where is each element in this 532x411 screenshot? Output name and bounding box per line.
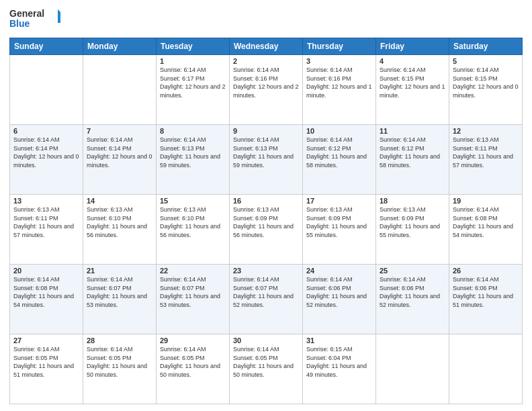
day-number: 15 <box>160 197 226 205</box>
header: General Blue <box>9 7 523 32</box>
calendar-cell: 12 Sunrise: 6:13 AMSunset: 6:11 PMDaylig… <box>449 125 523 195</box>
day-number: 27 <box>13 336 79 345</box>
calendar-cell: 14 Sunrise: 6:13 AMSunset: 6:10 PMDaylig… <box>83 195 157 265</box>
day-number: 25 <box>380 267 445 275</box>
calendar-cell: 27 Sunrise: 6:14 AMSunset: 6:05 PMDaylig… <box>10 334 83 404</box>
calendar-cell: 6 Sunrise: 6:14 AMSunset: 6:14 PMDayligh… <box>10 125 83 195</box>
calendar-cell: 10 Sunrise: 6:14 AMSunset: 6:12 PMDaylig… <box>303 125 376 195</box>
calendar-cell: 23 Sunrise: 6:14 AMSunset: 6:07 PMDaylig… <box>230 265 303 334</box>
calendar-cell <box>376 334 449 404</box>
day-number: 20 <box>13 267 79 275</box>
cell-info: Sunrise: 6:14 AMSunset: 6:05 PMDaylight:… <box>233 346 294 378</box>
calendar-week-row: 20 Sunrise: 6:14 AMSunset: 6:08 PMDaylig… <box>10 265 523 334</box>
cell-info: Sunrise: 6:14 AMSunset: 6:07 PMDaylight:… <box>87 276 147 308</box>
calendar-cell: 19 Sunrise: 6:14 AMSunset: 6:08 PMDaylig… <box>449 195 523 265</box>
day-number: 24 <box>306 267 372 275</box>
calendar-cell: 20 Sunrise: 6:14 AMSunset: 6:08 PMDaylig… <box>10 265 83 334</box>
calendar-cell: 1 Sunrise: 6:14 AMSunset: 6:17 PMDayligh… <box>157 55 230 125</box>
cell-info: Sunrise: 6:13 AMSunset: 6:10 PMDaylight:… <box>160 206 220 238</box>
calendar-week-row: 27 Sunrise: 6:14 AMSunset: 6:05 PMDaylig… <box>10 334 523 404</box>
col-header-tuesday: Tuesday <box>157 38 230 55</box>
calendar-cell: 28 Sunrise: 6:14 AMSunset: 6:05 PMDaylig… <box>83 334 157 404</box>
svg-text:General: General <box>9 8 44 19</box>
day-number: 4 <box>380 57 445 65</box>
col-header-saturday: Saturday <box>449 38 523 55</box>
day-number: 6 <box>13 127 79 135</box>
day-number: 29 <box>160 336 226 345</box>
cell-info: Sunrise: 6:14 AMSunset: 6:14 PMDaylight:… <box>13 136 79 169</box>
cell-info: Sunrise: 6:14 AMSunset: 6:12 PMDaylight:… <box>306 136 367 169</box>
day-number: 28 <box>87 336 152 345</box>
day-number: 19 <box>453 197 519 205</box>
calendar-cell: 31 Sunrise: 6:15 AMSunset: 6:04 PMDaylig… <box>303 334 376 404</box>
logo: General Blue <box>9 7 63 32</box>
cell-info: Sunrise: 6:14 AMSunset: 6:07 PMDaylight:… <box>160 276 220 308</box>
day-number: 16 <box>233 197 299 205</box>
cell-info: Sunrise: 6:14 AMSunset: 6:17 PMDaylight:… <box>160 66 226 99</box>
calendar-cell: 29 Sunrise: 6:14 AMSunset: 6:05 PMDaylig… <box>157 334 230 404</box>
calendar-cell: 7 Sunrise: 6:14 AMSunset: 6:14 PMDayligh… <box>83 125 157 195</box>
day-number: 3 <box>306 57 372 65</box>
cell-info: Sunrise: 6:13 AMSunset: 6:09 PMDaylight:… <box>306 206 367 238</box>
cell-info: Sunrise: 6:14 AMSunset: 6:12 PMDaylight:… <box>380 136 440 169</box>
calendar-table: SundayMondayTuesdayWednesdayThursdayFrid… <box>9 38 523 404</box>
day-number: 18 <box>380 197 445 205</box>
cell-info: Sunrise: 6:14 AMSunset: 6:13 PMDaylight:… <box>233 136 294 169</box>
col-header-wednesday: Wednesday <box>230 38 303 55</box>
calendar-cell: 4 Sunrise: 6:14 AMSunset: 6:15 PMDayligh… <box>376 55 449 125</box>
svg-text:Blue: Blue <box>9 18 30 29</box>
cell-info: Sunrise: 6:13 AMSunset: 6:09 PMDaylight:… <box>233 206 294 238</box>
day-number: 5 <box>453 57 519 65</box>
calendar-cell: 24 Sunrise: 6:14 AMSunset: 6:06 PMDaylig… <box>303 265 376 334</box>
day-number: 26 <box>453 267 519 275</box>
day-number: 2 <box>233 57 299 65</box>
calendar-cell: 30 Sunrise: 6:14 AMSunset: 6:05 PMDaylig… <box>230 334 303 404</box>
calendar-cell: 11 Sunrise: 6:14 AMSunset: 6:12 PMDaylig… <box>376 125 449 195</box>
cell-info: Sunrise: 6:13 AMSunset: 6:11 PMDaylight:… <box>13 206 74 238</box>
calendar-cell: 15 Sunrise: 6:13 AMSunset: 6:10 PMDaylig… <box>157 195 230 265</box>
page: General Blue SundayMondayTuesdayWednesda… <box>0 0 532 411</box>
cell-info: Sunrise: 6:14 AMSunset: 6:06 PMDaylight:… <box>306 276 367 308</box>
calendar-cell <box>83 55 157 125</box>
svg-marker-2 <box>58 9 63 23</box>
day-number: 23 <box>233 267 299 275</box>
day-number: 13 <box>13 197 79 205</box>
logo-svg: General Blue <box>9 7 63 32</box>
cell-info: Sunrise: 6:14 AMSunset: 6:07 PMDaylight:… <box>233 276 294 308</box>
cell-info: Sunrise: 6:14 AMSunset: 6:05 PMDaylight:… <box>87 346 147 378</box>
cell-info: Sunrise: 6:14 AMSunset: 6:15 PMDaylight:… <box>380 66 445 99</box>
calendar-header-row: SundayMondayTuesdayWednesdayThursdayFrid… <box>10 38 523 55</box>
calendar-cell: 18 Sunrise: 6:13 AMSunset: 6:09 PMDaylig… <box>376 195 449 265</box>
day-number: 7 <box>87 127 152 135</box>
day-number: 31 <box>306 336 372 345</box>
calendar-cell <box>10 55 83 125</box>
day-number: 9 <box>233 127 299 135</box>
col-header-thursday: Thursday <box>303 38 376 55</box>
calendar-cell: 16 Sunrise: 6:13 AMSunset: 6:09 PMDaylig… <box>230 195 303 265</box>
cell-info: Sunrise: 6:14 AMSunset: 6:14 PMDaylight:… <box>87 136 152 169</box>
cell-info: Sunrise: 6:13 AMSunset: 6:10 PMDaylight:… <box>87 206 147 238</box>
cell-info: Sunrise: 6:14 AMSunset: 6:08 PMDaylight:… <box>13 276 74 308</box>
calendar-cell: 9 Sunrise: 6:14 AMSunset: 6:13 PMDayligh… <box>230 125 303 195</box>
day-number: 30 <box>233 336 299 345</box>
calendar-cell: 2 Sunrise: 6:14 AMSunset: 6:16 PMDayligh… <box>230 55 303 125</box>
calendar-cell: 5 Sunrise: 6:14 AMSunset: 6:15 PMDayligh… <box>449 55 523 125</box>
cell-info: Sunrise: 6:13 AMSunset: 6:11 PMDaylight:… <box>453 136 513 169</box>
calendar-cell: 17 Sunrise: 6:13 AMSunset: 6:09 PMDaylig… <box>303 195 376 265</box>
day-number: 11 <box>380 127 445 135</box>
cell-info: Sunrise: 6:14 AMSunset: 6:05 PMDaylight:… <box>13 346 74 378</box>
calendar-cell: 26 Sunrise: 6:14 AMSunset: 6:06 PMDaylig… <box>449 265 523 334</box>
day-number: 21 <box>87 267 152 275</box>
cell-info: Sunrise: 6:14 AMSunset: 6:08 PMDaylight:… <box>453 206 513 238</box>
col-header-sunday: Sunday <box>10 38 83 55</box>
day-number: 22 <box>160 267 226 275</box>
col-header-friday: Friday <box>376 38 449 55</box>
calendar-cell: 25 Sunrise: 6:14 AMSunset: 6:06 PMDaylig… <box>376 265 449 334</box>
cell-info: Sunrise: 6:14 AMSunset: 6:06 PMDaylight:… <box>453 276 513 308</box>
cell-info: Sunrise: 6:14 AMSunset: 6:13 PMDaylight:… <box>160 136 220 169</box>
cell-info: Sunrise: 6:14 AMSunset: 6:05 PMDaylight:… <box>160 346 220 378</box>
calendar-cell: 8 Sunrise: 6:14 AMSunset: 6:13 PMDayligh… <box>157 125 230 195</box>
col-header-monday: Monday <box>83 38 157 55</box>
day-number: 8 <box>160 127 226 135</box>
cell-info: Sunrise: 6:13 AMSunset: 6:09 PMDaylight:… <box>380 206 440 238</box>
